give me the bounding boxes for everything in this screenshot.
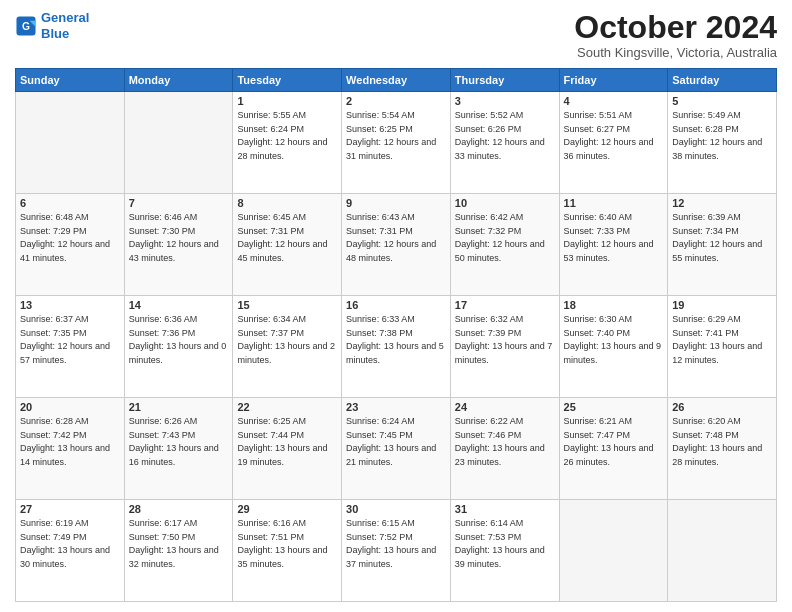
day-number: 11 — [564, 197, 664, 209]
day-number: 3 — [455, 95, 555, 107]
calendar-cell: 30Sunrise: 6:15 AMSunset: 7:52 PMDayligh… — [342, 500, 451, 602]
calendar-cell: 14Sunrise: 6:36 AMSunset: 7:36 PMDayligh… — [124, 296, 233, 398]
calendar-cell: 20Sunrise: 6:28 AMSunset: 7:42 PMDayligh… — [16, 398, 125, 500]
day-info: Sunrise: 6:29 AMSunset: 7:41 PMDaylight:… — [672, 313, 772, 367]
day-number: 8 — [237, 197, 337, 209]
day-number: 28 — [129, 503, 229, 515]
day-info: Sunrise: 6:34 AMSunset: 7:37 PMDaylight:… — [237, 313, 337, 367]
calendar-cell: 23Sunrise: 6:24 AMSunset: 7:45 PMDayligh… — [342, 398, 451, 500]
day-of-week-header: Thursday — [450, 69, 559, 92]
day-info: Sunrise: 6:40 AMSunset: 7:33 PMDaylight:… — [564, 211, 664, 265]
day-info: Sunrise: 5:55 AMSunset: 6:24 PMDaylight:… — [237, 109, 337, 163]
day-number: 21 — [129, 401, 229, 413]
day-number: 23 — [346, 401, 446, 413]
day-number: 27 — [20, 503, 120, 515]
calendar-cell: 1Sunrise: 5:55 AMSunset: 6:24 PMDaylight… — [233, 92, 342, 194]
day-info: Sunrise: 6:46 AMSunset: 7:30 PMDaylight:… — [129, 211, 229, 265]
calendar: SundayMondayTuesdayWednesdayThursdayFrid… — [15, 68, 777, 602]
calendar-cell: 12Sunrise: 6:39 AMSunset: 7:34 PMDayligh… — [668, 194, 777, 296]
day-number: 16 — [346, 299, 446, 311]
day-number: 7 — [129, 197, 229, 209]
logo-line2: Blue — [41, 26, 69, 41]
calendar-cell: 11Sunrise: 6:40 AMSunset: 7:33 PMDayligh… — [559, 194, 668, 296]
day-info: Sunrise: 6:42 AMSunset: 7:32 PMDaylight:… — [455, 211, 555, 265]
page: G General Blue October 2024 South Kingsv… — [0, 0, 792, 612]
location: South Kingsville, Victoria, Australia — [574, 45, 777, 60]
day-info: Sunrise: 6:45 AMSunset: 7:31 PMDaylight:… — [237, 211, 337, 265]
calendar-cell: 10Sunrise: 6:42 AMSunset: 7:32 PMDayligh… — [450, 194, 559, 296]
month-title: October 2024 — [574, 10, 777, 45]
day-number: 1 — [237, 95, 337, 107]
logo-icon: G — [15, 15, 37, 37]
day-number: 17 — [455, 299, 555, 311]
calendar-cell: 2Sunrise: 5:54 AMSunset: 6:25 PMDaylight… — [342, 92, 451, 194]
day-of-week-header: Tuesday — [233, 69, 342, 92]
day-info: Sunrise: 6:33 AMSunset: 7:38 PMDaylight:… — [346, 313, 446, 367]
day-info: Sunrise: 6:16 AMSunset: 7:51 PMDaylight:… — [237, 517, 337, 571]
calendar-cell: 25Sunrise: 6:21 AMSunset: 7:47 PMDayligh… — [559, 398, 668, 500]
day-of-week-header: Friday — [559, 69, 668, 92]
day-of-week-header: Saturday — [668, 69, 777, 92]
day-number: 19 — [672, 299, 772, 311]
day-number: 14 — [129, 299, 229, 311]
header: G General Blue October 2024 South Kingsv… — [15, 10, 777, 60]
day-of-week-header: Monday — [124, 69, 233, 92]
calendar-cell: 29Sunrise: 6:16 AMSunset: 7:51 PMDayligh… — [233, 500, 342, 602]
day-info: Sunrise: 6:14 AMSunset: 7:53 PMDaylight:… — [455, 517, 555, 571]
day-of-week-header: Wednesday — [342, 69, 451, 92]
calendar-cell: 27Sunrise: 6:19 AMSunset: 7:49 PMDayligh… — [16, 500, 125, 602]
calendar-cell: 13Sunrise: 6:37 AMSunset: 7:35 PMDayligh… — [16, 296, 125, 398]
day-number: 20 — [20, 401, 120, 413]
calendar-cell: 3Sunrise: 5:52 AMSunset: 6:26 PMDaylight… — [450, 92, 559, 194]
day-of-week-header: Sunday — [16, 69, 125, 92]
calendar-cell: 21Sunrise: 6:26 AMSunset: 7:43 PMDayligh… — [124, 398, 233, 500]
calendar-cell — [668, 500, 777, 602]
title-block: October 2024 South Kingsville, Victoria,… — [574, 10, 777, 60]
calendar-cell: 28Sunrise: 6:17 AMSunset: 7:50 PMDayligh… — [124, 500, 233, 602]
calendar-cell: 18Sunrise: 6:30 AMSunset: 7:40 PMDayligh… — [559, 296, 668, 398]
day-info: Sunrise: 6:25 AMSunset: 7:44 PMDaylight:… — [237, 415, 337, 469]
calendar-cell: 15Sunrise: 6:34 AMSunset: 7:37 PMDayligh… — [233, 296, 342, 398]
day-info: Sunrise: 6:21 AMSunset: 7:47 PMDaylight:… — [564, 415, 664, 469]
calendar-cell: 7Sunrise: 6:46 AMSunset: 7:30 PMDaylight… — [124, 194, 233, 296]
calendar-cell: 4Sunrise: 5:51 AMSunset: 6:27 PMDaylight… — [559, 92, 668, 194]
day-info: Sunrise: 6:24 AMSunset: 7:45 PMDaylight:… — [346, 415, 446, 469]
svg-text:G: G — [22, 21, 30, 32]
logo: G General Blue — [15, 10, 89, 41]
day-info: Sunrise: 6:15 AMSunset: 7:52 PMDaylight:… — [346, 517, 446, 571]
day-info: Sunrise: 6:43 AMSunset: 7:31 PMDaylight:… — [346, 211, 446, 265]
day-info: Sunrise: 5:54 AMSunset: 6:25 PMDaylight:… — [346, 109, 446, 163]
day-number: 26 — [672, 401, 772, 413]
day-info: Sunrise: 5:49 AMSunset: 6:28 PMDaylight:… — [672, 109, 772, 163]
day-number: 30 — [346, 503, 446, 515]
calendar-cell: 17Sunrise: 6:32 AMSunset: 7:39 PMDayligh… — [450, 296, 559, 398]
calendar-cell: 9Sunrise: 6:43 AMSunset: 7:31 PMDaylight… — [342, 194, 451, 296]
day-number: 25 — [564, 401, 664, 413]
day-number: 12 — [672, 197, 772, 209]
day-number: 10 — [455, 197, 555, 209]
calendar-cell: 19Sunrise: 6:29 AMSunset: 7:41 PMDayligh… — [668, 296, 777, 398]
day-number: 15 — [237, 299, 337, 311]
day-info: Sunrise: 6:30 AMSunset: 7:40 PMDaylight:… — [564, 313, 664, 367]
day-info: Sunrise: 6:36 AMSunset: 7:36 PMDaylight:… — [129, 313, 229, 367]
calendar-cell: 5Sunrise: 5:49 AMSunset: 6:28 PMDaylight… — [668, 92, 777, 194]
day-number: 5 — [672, 95, 772, 107]
calendar-cell: 24Sunrise: 6:22 AMSunset: 7:46 PMDayligh… — [450, 398, 559, 500]
day-info: Sunrise: 6:32 AMSunset: 7:39 PMDaylight:… — [455, 313, 555, 367]
calendar-cell — [124, 92, 233, 194]
day-number: 9 — [346, 197, 446, 209]
day-info: Sunrise: 6:19 AMSunset: 7:49 PMDaylight:… — [20, 517, 120, 571]
day-info: Sunrise: 6:37 AMSunset: 7:35 PMDaylight:… — [20, 313, 120, 367]
calendar-cell: 16Sunrise: 6:33 AMSunset: 7:38 PMDayligh… — [342, 296, 451, 398]
day-number: 18 — [564, 299, 664, 311]
calendar-cell: 31Sunrise: 6:14 AMSunset: 7:53 PMDayligh… — [450, 500, 559, 602]
day-number: 2 — [346, 95, 446, 107]
logo-line1: General — [41, 10, 89, 25]
day-number: 31 — [455, 503, 555, 515]
day-info: Sunrise: 6:20 AMSunset: 7:48 PMDaylight:… — [672, 415, 772, 469]
day-info: Sunrise: 6:17 AMSunset: 7:50 PMDaylight:… — [129, 517, 229, 571]
calendar-cell: 6Sunrise: 6:48 AMSunset: 7:29 PMDaylight… — [16, 194, 125, 296]
day-info: Sunrise: 6:28 AMSunset: 7:42 PMDaylight:… — [20, 415, 120, 469]
day-info: Sunrise: 6:48 AMSunset: 7:29 PMDaylight:… — [20, 211, 120, 265]
day-info: Sunrise: 5:52 AMSunset: 6:26 PMDaylight:… — [455, 109, 555, 163]
